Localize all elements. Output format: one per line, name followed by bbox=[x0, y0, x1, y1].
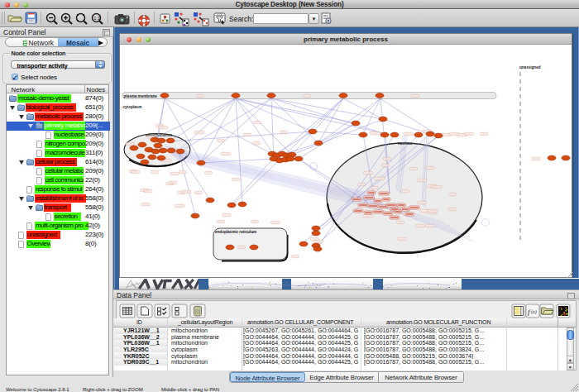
svg-text:endoplasmic reticulum: endoplasmic reticulum bbox=[215, 230, 256, 234]
svg-text:(x): (x) bbox=[531, 309, 537, 315]
svg-text:1:1: 1:1 bbox=[93, 16, 100, 21]
svg-text:unassigned: unassigned bbox=[519, 65, 541, 69]
svg-text:plasma membrane: plasma membrane bbox=[124, 94, 158, 98]
svg-text:cytoplasm: cytoplasm bbox=[123, 105, 142, 109]
